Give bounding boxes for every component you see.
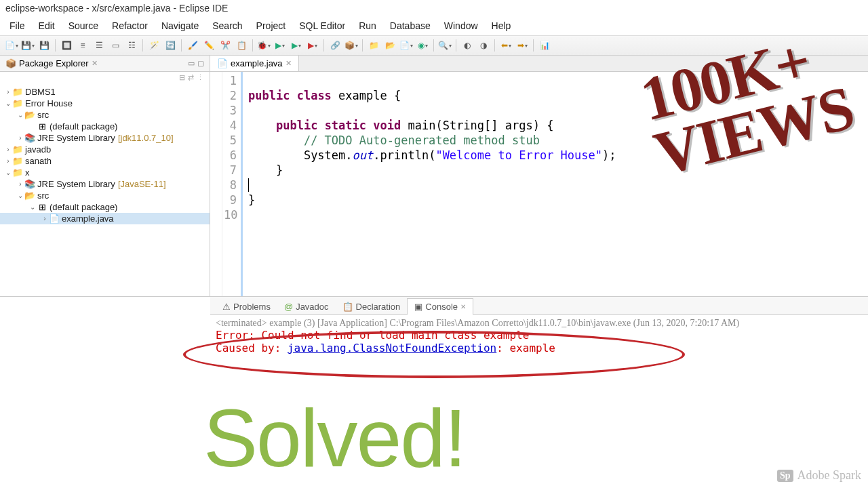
tree-item[interactable]: ›📁javadb <box>0 144 210 155</box>
tree-item[interactable]: ⊞(default package) <box>0 121 210 132</box>
tree-item[interactable]: ›📁DBMS1 <box>0 86 210 98</box>
block-icon[interactable]: ▭ <box>108 38 123 53</box>
bottom-panel: ⚠Problems @Javadoc 📋Declaration ▣Console… <box>0 296 868 357</box>
maximize-icon[interactable]: ▢ <box>197 59 204 68</box>
new-folder-icon[interactable]: 📂 <box>382 38 397 53</box>
collapse-all-icon[interactable]: ⊟ <box>179 73 185 82</box>
external-run-icon[interactable]: ▶▾ <box>305 38 320 53</box>
console-process-info: <terminated> example (3) [Java Applicati… <box>216 318 863 329</box>
tree-item[interactable]: ›📚JRE System Library[JavaSE-11] <box>0 178 210 190</box>
java-file-icon: 📄 <box>217 58 228 68</box>
perspective-icon[interactable]: 📊 <box>537 38 552 53</box>
menu-edit[interactable]: Edit <box>32 18 62 34</box>
menu-navigate[interactable]: Navigate <box>155 18 205 34</box>
package-explorer-icon: 📦 <box>5 58 16 68</box>
project-tree[interactable]: ›📁DBMS1⌄📁Error House⌄📂src⊞(default packa… <box>0 83 210 227</box>
package-explorer: 📦 Package Explorer ✕ ▭ ▢ ⊟ ⇄ ⋮ ›📁DBMS1⌄📁… <box>0 56 210 296</box>
menu-project[interactable]: Project <box>250 18 293 34</box>
close-icon[interactable]: ✕ <box>92 59 98 68</box>
new-button[interactable]: 📄▾ <box>4 38 19 53</box>
menu-refactor[interactable]: Refactor <box>105 18 155 34</box>
wand-icon[interactable]: 🪄 <box>146 38 161 53</box>
tree-item[interactable]: ⌄📁x <box>0 167 210 178</box>
tree-icon[interactable]: ☷ <box>124 38 139 53</box>
forward-icon[interactable]: ➡▾ <box>515 38 530 53</box>
console-output[interactable]: <terminated> example (3) [Java Applicati… <box>210 315 868 357</box>
close-icon[interactable]: ✕ <box>460 303 466 310</box>
console-icon: ▣ <box>414 302 422 312</box>
tree-item[interactable]: ›📄example.java <box>0 213 210 224</box>
prev-edit-icon[interactable]: ◐ <box>460 38 475 53</box>
minimize-icon[interactable]: ▭ <box>188 59 195 68</box>
run-icon[interactable]: ▶▾ <box>273 38 288 53</box>
tree-item[interactable]: ⌄📂src <box>0 109 210 121</box>
new-class-icon[interactable]: 📁 <box>366 38 381 53</box>
tree-item[interactable]: ⌄⊞(default package) <box>0 201 210 213</box>
console-error-line-1: Error: Could not find or load main class… <box>216 329 863 342</box>
cut-icon[interactable]: ✂️ <box>218 38 233 53</box>
tree-item[interactable]: ⌄📁Error House <box>0 98 210 109</box>
tab-console[interactable]: ▣Console ✕ <box>407 298 473 315</box>
tree-item[interactable]: ›📚JRE System Library[jdk11.0.7_10] <box>0 132 210 144</box>
menu-file[interactable]: File <box>3 18 32 34</box>
editor-tab-example[interactable]: 📄 example.java ✕ <box>210 56 299 71</box>
toggle-icon[interactable]: 🔲 <box>59 38 74 53</box>
paste-icon[interactable]: 📋 <box>234 38 249 53</box>
tab-problems[interactable]: ⚠Problems <box>216 298 277 314</box>
view-menu-icon[interactable]: ⋮ <box>197 73 204 82</box>
new-file-icon[interactable]: 📄▾ <box>399 38 414 53</box>
toolbar: 📄▾ 💾▾ 💾 🔲 ≡ ☰ ▭ ☷ 🪄 🔄 🖌️ ✏️ ✂️ 📋 🐞▾ ▶▾ ▶… <box>0 36 868 56</box>
javadoc-icon: @ <box>284 302 293 312</box>
menu-run[interactable]: Run <box>352 18 383 34</box>
window-title: eclipse-workspace - x/src/example.java -… <box>0 0 868 16</box>
code-editor[interactable]: 12345678910 public class example { publi… <box>210 72 868 296</box>
menu-source[interactable]: Source <box>62 18 105 34</box>
menu-sql-editor[interactable]: SQL Editor <box>292 18 352 34</box>
tab-javadoc[interactable]: @Javadoc <box>277 298 336 314</box>
close-tab-icon[interactable]: ✕ <box>285 59 292 68</box>
menu-database[interactable]: Database <box>383 18 437 34</box>
problems-icon: ⚠ <box>222 302 231 312</box>
next-edit-icon[interactable]: ◑ <box>476 38 491 53</box>
package-explorer-title: Package Explorer <box>19 58 89 68</box>
coverage-icon[interactable]: ▶▾ <box>289 38 304 53</box>
new-connection-icon[interactable]: 🔗 <box>328 38 342 53</box>
link-editor-icon[interactable]: ⇄ <box>188 73 194 82</box>
menu-search[interactable]: Search <box>205 18 249 34</box>
brush-icon[interactable]: 🖌️ <box>185 38 200 53</box>
menu-help[interactable]: Help <box>485 18 518 34</box>
tree-item[interactable]: ›📁sanath <box>0 155 210 167</box>
tree-item[interactable]: ⌄📂src <box>0 190 210 201</box>
refresh-icon[interactable]: 🔄 <box>163 38 178 53</box>
save-all-button[interactable]: 💾 <box>37 38 52 53</box>
outline-icon[interactable]: ≡ <box>75 38 90 53</box>
solved-overlay: Solved! <box>203 391 465 485</box>
debug-icon[interactable]: 🐞▾ <box>256 38 271 53</box>
tab-declaration[interactable]: 📋Declaration <box>336 298 408 314</box>
list-icon[interactable]: ☰ <box>92 38 106 53</box>
back-icon[interactable]: ⬅▾ <box>498 38 513 53</box>
declaration-icon: 📋 <box>342 302 353 312</box>
console-error-line-2: Caused by: java.lang.ClassNotFoundExcept… <box>216 342 863 354</box>
save-button[interactable]: 💾▾ <box>20 38 35 53</box>
open-type-icon[interactable]: ◉▾ <box>415 38 430 53</box>
edit-icon[interactable]: ✏️ <box>201 38 216 53</box>
search-icon[interactable]: 🔍▾ <box>437 38 452 53</box>
menubar: File Edit Source Refactor Navigate Searc… <box>0 16 868 36</box>
adobe-spark-watermark: Sp Adobe Spark <box>777 468 861 483</box>
editor-area: 📄 example.java ✕ 12345678910 public clas… <box>210 56 868 296</box>
editor-tab-label: example.java <box>231 58 283 68</box>
package-icon[interactable]: 📦▾ <box>344 38 359 53</box>
menu-window[interactable]: Window <box>437 18 485 34</box>
exception-link[interactable]: java.lang.ClassNotFoundException <box>288 342 496 354</box>
